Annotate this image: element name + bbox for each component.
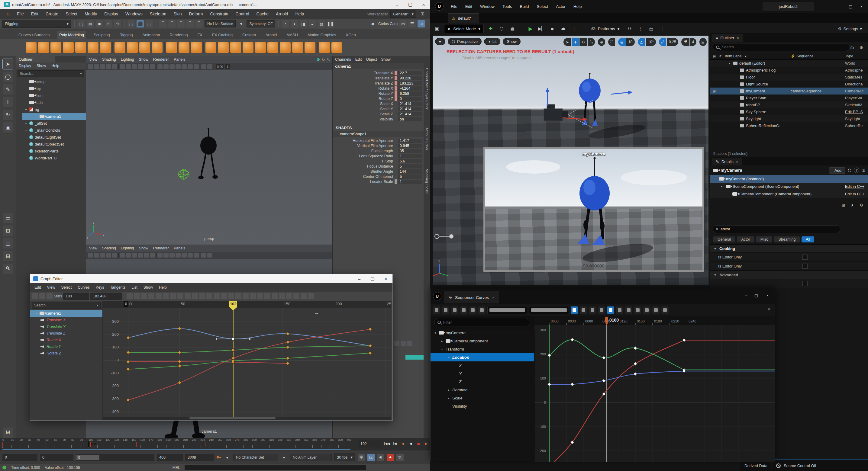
graph-tool-icon[interactable] (265, 293, 270, 299)
exposure-field[interactable]: 0.00 (216, 64, 224, 69)
menu-item[interactable]: Window (480, 4, 495, 9)
sequence-cell[interactable]: cameraSequence (790, 89, 845, 93)
menu-item[interactable]: Show (144, 285, 153, 290)
character-set-dropdown[interactable]: No Character Set (233, 454, 278, 461)
camera-preview-overlay[interactable]: myCamera 90.000000 (484, 147, 704, 272)
viewport-icon[interactable] (163, 64, 168, 69)
viewport-icon[interactable] (188, 253, 193, 258)
save-scene-icon[interactable]: ▣ (96, 20, 103, 28)
menu-item[interactable]: Build (520, 4, 529, 9)
overflow-icon[interactable]: » (768, 306, 770, 312)
stats-value-field[interactable]: 182.438 (90, 293, 122, 300)
shelf-tab[interactable]: XGen (344, 31, 358, 39)
shelf-icon[interactable] (152, 42, 162, 53)
eject-button[interactable]: ⏏︎ (559, 26, 567, 31)
track-row[interactable]: Y (431, 370, 534, 378)
table-row[interactable]: ◉ myCamera cameraSequence CameraAc (710, 88, 868, 95)
shelf-icon[interactable] (268, 42, 278, 53)
character-icon[interactable]: ⚉ (317, 57, 320, 62)
snap-center-icon[interactable]: ⌒ (186, 20, 194, 28)
list-item[interactable]: + rig (22, 106, 86, 113)
graph-tool-icon[interactable] (170, 293, 176, 299)
channel-row[interactable]: Focus Distance 5 (333, 164, 424, 169)
viewport-icon[interactable] (144, 253, 149, 258)
viewport-icon[interactable] (132, 64, 137, 69)
graph-tool-icon[interactable] (272, 293, 278, 299)
viewport-icon[interactable] (144, 64, 149, 69)
menu-item[interactable]: Skeleton (150, 11, 166, 16)
maximize-button[interactable]: ▢ (849, 4, 852, 9)
auto-key-icon[interactable]: ⏺︎ (387, 454, 394, 461)
viewport-icon[interactable] (176, 64, 181, 69)
menu-item[interactable]: Display (104, 11, 118, 16)
graph-tool-icon[interactable] (141, 293, 147, 299)
sequencer-tool-icon[interactable] (487, 306, 527, 314)
menu-item[interactable]: View (89, 57, 97, 62)
shelf-icon[interactable] (100, 42, 111, 53)
playback-button[interactable]: |◀ (391, 440, 399, 447)
search-input[interactable]: Search... (713, 43, 849, 51)
expand-icon[interactable]: ▾ (34, 311, 38, 315)
expand-icon[interactable]: ▾ (713, 273, 717, 276)
cinematics-icon[interactable]: 🎬︎ (508, 26, 516, 31)
type-cell[interactable]: SkyLight (845, 116, 868, 121)
outliner-toggle-icon[interactable]: ☰ (408, 20, 416, 28)
table-row[interactable]: Light Source Directiona (710, 80, 868, 88)
settings-dropdown[interactable]: ⚙ Settings ▾ (838, 26, 862, 31)
menu-item[interactable]: Panels (174, 246, 185, 250)
viewport-icon[interactable] (112, 253, 117, 258)
close-button[interactable]: × (766, 293, 769, 298)
texture-view-icon[interactable]: ◒ (309, 20, 316, 28)
channel-row[interactable]: Translate X 22.7 (333, 70, 424, 75)
playback-button[interactable]: ▶ (422, 440, 430, 447)
chevron-down-icon[interactable]: ▾ (280, 454, 288, 461)
chevron-down-icon[interactable]: ▾ (224, 454, 231, 461)
modeling-toolkit-icon[interactable]: M (3, 428, 13, 438)
play-options-icon[interactable]: ⋮ (570, 26, 578, 31)
menu-item[interactable]: Renderer (153, 57, 169, 62)
shelf-icon[interactable] (206, 42, 216, 53)
shelf-icon[interactable] (191, 42, 202, 53)
play-start-field[interactable]: 0 (40, 454, 73, 461)
type-cell[interactable]: SkeletalM (845, 103, 868, 107)
channel-row[interactable]: Rotate Y 6.258 (333, 91, 424, 96)
expand-icon[interactable]: ▾ (713, 247, 717, 250)
mel-label[interactable]: MEL (173, 466, 180, 470)
layer-button[interactable] (394, 341, 399, 346)
lock-icon[interactable]: ⚿ (862, 168, 865, 173)
pause-icon[interactable]: ❚❚ (327, 20, 334, 28)
platforms-dropdown[interactable]: 🎮︎ Platforms ▾ (588, 25, 622, 33)
graph-tool-icon[interactable] (163, 293, 169, 299)
table-row[interactable]: ▾ default (Editor) World (710, 60, 868, 67)
channel-value[interactable]: 0.945 (398, 144, 422, 148)
graph-tool-icon[interactable] (293, 293, 300, 299)
side-tab[interactable]: Channel Box / Layer Editor (425, 68, 429, 109)
menu-item[interactable]: Arnold (276, 11, 288, 16)
more-icon[interactable]: ⋮ (658, 26, 666, 31)
minimize-button[interactable]: – (352, 275, 366, 282)
item-label-column[interactable]: Item Label ▲ (725, 54, 790, 58)
search-input[interactable]: Search... ▾ (32, 302, 101, 309)
undo-icon[interactable]: ↶ (105, 20, 112, 28)
lasso-tool-icon[interactable]: ◯ (3, 72, 13, 82)
gamma-field[interactable]: 1. (225, 64, 230, 69)
channel-row[interactable]: Lens Squeeze Ratio 1 (333, 154, 424, 159)
menu-item[interactable]: Shading (102, 246, 116, 250)
shelf-icon[interactable] (319, 42, 330, 53)
expand-icon[interactable]: ▾ (728, 62, 732, 65)
menu-item[interactable]: Deform (189, 11, 203, 16)
curve-channel[interactable]: Translate Y (30, 323, 102, 330)
viewport-icon[interactable] (106, 64, 111, 69)
graph-tool-icon[interactable] (308, 293, 314, 299)
channel-row[interactable]: F Stop 5.6 (333, 159, 424, 164)
add-component-button[interactable]: Add (829, 167, 845, 174)
type-cell[interactable]: CameraAc (845, 89, 868, 93)
type-cell[interactable]: World (845, 61, 868, 66)
shelf-icon[interactable] (317, 42, 317, 53)
graph-tool-icon[interactable] (156, 293, 162, 299)
filter-chip[interactable]: Misc (756, 236, 773, 242)
menu-item[interactable]: Select (61, 285, 71, 290)
details-tab[interactable]: ✎ Details × (712, 158, 742, 165)
viewport-icon[interactable] (150, 253, 155, 258)
close-button[interactable]: × (379, 275, 393, 282)
